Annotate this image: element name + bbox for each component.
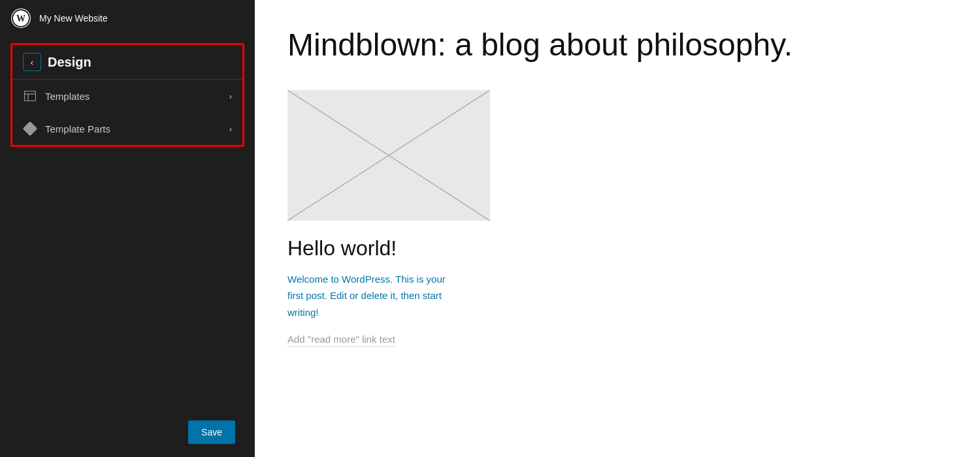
- svg-rect-5: [25, 91, 36, 101]
- post-excerpt: Welcome to WordPress. This is your first…: [287, 271, 457, 321]
- wp-logo-icon: W: [10, 8, 31, 29]
- sidebar: W My New Website ‹ Design Templates: [0, 0, 255, 457]
- template-parts-icon: [23, 121, 37, 136]
- back-chevron-icon: ‹: [31, 57, 33, 67]
- sidebar-item-template-parts[interactable]: Template Parts ›: [12, 112, 242, 145]
- main-content-area: Mindblown: a blog about philosophy. Hell…: [255, 0, 980, 457]
- blog-title: Mindblown: a blog about philosophy.: [287, 26, 947, 64]
- design-panel-title: Design: [48, 55, 91, 70]
- sidebar-item-templates[interactable]: Templates ›: [12, 80, 242, 112]
- site-name: My New Website: [39, 13, 108, 24]
- svg-text:W: W: [16, 14, 25, 24]
- template-parts-chevron-icon: ›: [229, 124, 232, 134]
- post-title: Hello world!: [287, 236, 947, 260]
- post-thumbnail-placeholder: [287, 90, 490, 221]
- sidebar-header: W My New Website: [0, 0, 255, 37]
- template-parts-label: Template Parts: [45, 123, 221, 134]
- read-more-link[interactable]: Add "read more" link text: [287, 334, 395, 347]
- back-button[interactable]: ‹: [23, 53, 41, 71]
- save-button[interactable]: Save: [188, 420, 235, 444]
- template-icon: [23, 89, 37, 103]
- design-panel-header: ‹ Design: [12, 45, 242, 80]
- design-panel: ‹ Design Templates › Template Parts: [10, 43, 244, 147]
- templates-chevron-icon: ›: [229, 91, 232, 101]
- templates-label: Templates: [45, 91, 221, 102]
